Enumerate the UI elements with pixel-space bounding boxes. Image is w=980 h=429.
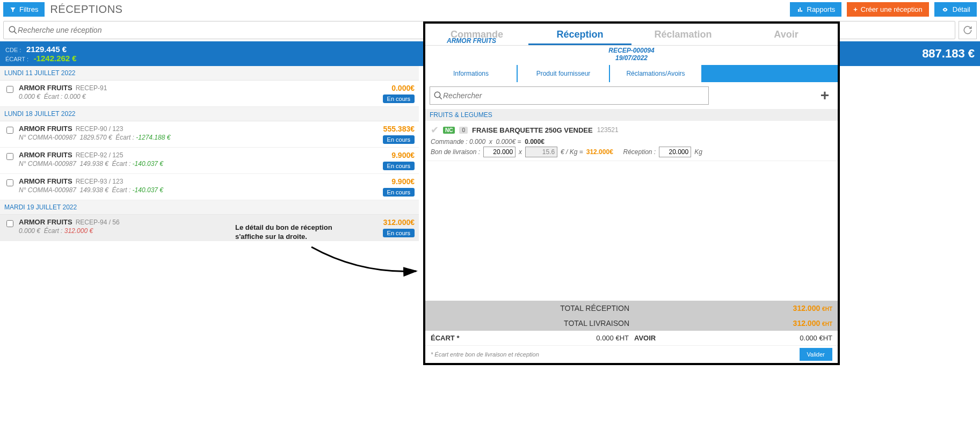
row-amount-left: 149.938 € <box>80 160 108 168</box>
row-supplier: ARMOR FRUITS <box>19 84 72 92</box>
svg-point-2 <box>434 92 440 98</box>
ecart-value: -1242.262 € <box>34 54 77 63</box>
row-amount-left: 0.000 € <box>19 93 40 100</box>
row-ecart-label: Écart : <box>44 227 63 235</box>
reports-icon <box>796 6 804 13</box>
cde-label: CDE : <box>5 47 21 53</box>
bl-unit: € / Kg = <box>561 148 583 156</box>
row-status: En cours <box>383 229 415 237</box>
svg-line-3 <box>439 97 442 99</box>
add-product-button[interactable]: + <box>816 87 833 104</box>
bl-label: Bon de livraison : <box>431 148 480 156</box>
row-ref: RECEP-90 / 123 <box>76 125 124 133</box>
row-ecart-label: Écart : <box>112 160 131 168</box>
row-ecart-label: Écart : <box>44 93 63 100</box>
date-header: LUNDI 11 JUILLET 2022 <box>0 66 419 81</box>
doc-tab-réception[interactable]: Réception <box>528 24 631 45</box>
avoir-value: 0.000 €HT <box>800 334 832 342</box>
row-checkbox[interactable] <box>6 153 13 160</box>
ht-suffix: €HT <box>822 306 832 312</box>
row-ecart-label: Écart : <box>112 186 131 194</box>
row-amount-left: 0.000 € <box>19 227 40 235</box>
plus-icon: + <box>853 5 858 13</box>
refresh-button[interactable] <box>959 21 977 39</box>
detail-doc-date: 19/07/2022 <box>425 54 838 62</box>
row-comma: N° COMMA-000987 <box>19 134 76 141</box>
detail-label: Détail <box>953 5 970 13</box>
reports-button[interactable]: Rapports <box>790 2 842 17</box>
page-title: RÉCEPTIONS <box>50 3 122 16</box>
ecart-label: ÉCART : <box>5 56 28 62</box>
bl-qty-input[interactable] <box>483 147 516 157</box>
recep-unit: Kg <box>694 148 702 156</box>
reception-row[interactable]: ARMOR FRUITSRECEP-90 / 123N° COMMA-00098… <box>0 121 419 148</box>
summary-total: 887.183 € <box>922 47 975 61</box>
row-amount: 0.000€ <box>355 84 415 92</box>
subtab-1[interactable]: Produit fournisseur <box>518 65 609 82</box>
reports-label: Rapports <box>807 5 836 13</box>
row-ref: RECEP-92 / 125 <box>76 151 124 159</box>
cmd-x: x <box>489 138 492 146</box>
row-checkbox[interactable] <box>6 86 13 93</box>
row-status: En cours <box>383 135 415 144</box>
row-status: En cours <box>383 188 415 197</box>
row-status: En cours <box>383 162 415 170</box>
svg-point-0 <box>9 26 15 32</box>
eye-icon <box>941 6 949 13</box>
cmd-qty: 0.000 <box>469 138 485 146</box>
row-supplier: ARMOR FRUITS <box>19 151 72 159</box>
recep-label: Réception : <box>623 148 656 156</box>
nc-badge: NC <box>443 127 455 134</box>
validate-button[interactable]: Valider <box>800 348 832 361</box>
search-icon <box>433 91 443 100</box>
product-code: 123521 <box>597 126 619 134</box>
date-header: LUNDI 18 JUILLET 2022 <box>0 107 419 121</box>
subtab-2[interactable]: Réclamations/Avoirs <box>610 65 701 82</box>
total-livraison-label: TOTAL LIVRAISON <box>431 319 634 328</box>
cmd-label: Commande : <box>431 138 468 146</box>
date-header: MARDI 19 JUILLET 2022 <box>0 200 419 215</box>
detail-search-box[interactable] <box>430 86 709 105</box>
row-supplier: ARMOR FRUITS <box>19 218 72 226</box>
row-ref: RECEP-94 / 56 <box>76 219 120 226</box>
subtab-0[interactable]: Informations <box>425 65 517 82</box>
detail-search-input[interactable] <box>443 91 705 100</box>
count-badge: 0 <box>459 127 468 134</box>
check-icon[interactable]: ✔ <box>431 124 439 136</box>
row-amount: 555.383€ <box>355 125 415 133</box>
row-amount: 9.900€ <box>355 177 415 186</box>
row-comma: N° COMMA-000987 <box>19 186 76 194</box>
reception-row[interactable]: ARMOR FRUITSRECEP-93 / 123N° COMMA-00098… <box>0 174 419 200</box>
reception-row[interactable]: ARMOR FRUITSRECEP-92 / 125N° COMMA-00098… <box>0 148 419 174</box>
row-amount: 9.900€ <box>355 151 415 159</box>
row-ecart-value: -140.037 € <box>133 160 163 168</box>
filter-icon <box>10 6 16 13</box>
validate-label: Valider <box>807 351 825 358</box>
arrow-icon <box>306 242 424 285</box>
ecart-label: ÉCART * <box>431 334 459 342</box>
doc-tab-réclamation[interactable]: Réclamation <box>631 24 735 45</box>
detail-panel: CommandeRéceptionRéclamationAvoir ARMOR … <box>423 21 840 365</box>
row-ref: RECEP-91 <box>76 84 107 92</box>
row-checkbox[interactable] <box>6 127 13 134</box>
doc-tab-avoir[interactable]: Avoir <box>735 24 838 45</box>
row-amount: 312.000€ <box>355 218 415 227</box>
row-status: En cours <box>383 94 415 103</box>
filters-button[interactable]: Filtres <box>3 2 45 17</box>
recep-qty-input[interactable] <box>659 147 691 157</box>
reception-row[interactable]: ARMOR FRUITSRECEP-910.000 € Écart : 0.00… <box>0 81 419 107</box>
row-amount-left: 149.938 € <box>80 186 108 194</box>
ht-suffix: €HT <box>822 321 832 327</box>
row-checkbox[interactable] <box>6 220 13 227</box>
avoir-label: AVOIR <box>634 334 656 342</box>
row-supplier: ARMOR FRUITS <box>19 177 72 185</box>
reception-row[interactable]: ARMOR FRUITSRECEP-94 / 560.000 € Écart :… <box>0 215 419 241</box>
row-checkbox[interactable] <box>6 179 13 186</box>
create-reception-button[interactable]: + Créer une réception <box>847 2 929 17</box>
svg-line-1 <box>14 31 17 34</box>
row-ecart-value: 312.000 € <box>64 227 93 235</box>
row-comma: N° COMMA-000987 <box>19 160 76 168</box>
search-icon <box>8 25 18 35</box>
annotation-text: Le détail du bon de réception s'affiche … <box>235 223 343 242</box>
detail-button[interactable]: Détail <box>934 2 977 17</box>
